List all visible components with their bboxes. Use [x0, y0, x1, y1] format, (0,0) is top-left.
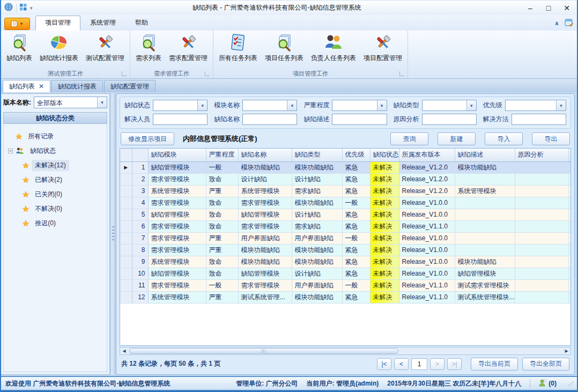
- message-count[interactable]: (0): [549, 380, 557, 387]
- ribbon-button-所有任务列表[interactable]: 所有任务列表: [215, 32, 261, 64]
- user-message-icon[interactable]: [539, 379, 546, 388]
- close-tab-icon[interactable]: ✕: [39, 83, 44, 90]
- chevron-down-icon[interactable]: [556, 100, 566, 110]
- filter-input-解决方法[interactable]: [512, 114, 566, 125]
- tree-item-未解决(12)[interactable]: ★未解决(12): [8, 158, 106, 173]
- scrollbar-thumb[interactable]: [129, 348, 398, 354]
- ribbon-button-负责人任务列表[interactable]: 负责人任务列表: [307, 32, 360, 64]
- column-header-缺陷描述[interactable]: 缺陷描述: [455, 149, 515, 161]
- resize-grip-icon[interactable]: ⋰: [568, 381, 574, 387]
- ribbon-tab-系统管理[interactable]: 系统管理: [80, 16, 125, 31]
- help-window-icon[interactable]: [565, 18, 574, 28]
- horizontal-scrollbar[interactable]: ◀ ▶: [120, 347, 571, 355]
- ribbon-button-项目配置管理[interactable]: 项目配置管理: [360, 32, 406, 64]
- dialog-launcher-icon[interactable]: [205, 71, 210, 76]
- filter-combobox-严重程度[interactable]: [332, 100, 387, 111]
- column-header-缺陷模块[interactable]: 缺陷模块: [148, 149, 206, 161]
- version-label: 版本名称:: [3, 98, 31, 107]
- page-number-input[interactable]: [411, 358, 427, 370]
- scroll-right-icon[interactable]: ▶: [562, 349, 570, 353]
- ribbon-button-测试配置管理[interactable]: 测试配置管理: [82, 32, 128, 64]
- search-button[interactable]: 查询: [390, 132, 428, 145]
- table-row[interactable]: 11需求管理模块一般需求管理模块用户界面缺陷一般未解决Release_V1.1.…: [120, 279, 571, 291]
- tree-item-已解决(2)[interactable]: ★已解决(2): [8, 173, 106, 187]
- export-current-page-button[interactable]: 导出当前页: [471, 358, 518, 371]
- table-row[interactable]: 3系统管理模块严重系统管理模块需求缺陷紧急未解决Release_V1.2.0系统…: [120, 185, 571, 197]
- combobox-value: [506, 100, 556, 110]
- doc-tab-缺陷配置管理[interactable]: 缺陷配置管理: [104, 80, 155, 92]
- column-header-缺陷状态[interactable]: 缺陷状态: [370, 149, 399, 161]
- modify-columns-button[interactable]: 修改显示项目: [121, 132, 174, 145]
- tree-item-缺陷状态[interactable]: 缺陷状态: [8, 144, 106, 158]
- ribbon-button-需求配置管理[interactable]: 需求配置管理: [165, 32, 211, 64]
- filter-input-原因分析[interactable]: [422, 114, 477, 125]
- tree-item-所有记录[interactable]: ★所有记录: [8, 129, 106, 144]
- doc-tab-缺陷统计报表[interactable]: 缺陷统计报表: [51, 80, 103, 92]
- tree-item-不解决(0)[interactable]: ★不解决(0): [8, 202, 106, 216]
- column-header-原因分析[interactable]: 原因分析: [515, 149, 568, 161]
- maximize-button[interactable]: □: [539, 2, 558, 14]
- filter-combobox-优先级[interactable]: [505, 100, 566, 111]
- tree-item-已关闭(0)[interactable]: ★已关闭(0): [8, 187, 106, 202]
- export-button[interactable]: 导出: [532, 132, 570, 145]
- last-page-button[interactable]: >|: [447, 358, 462, 370]
- table-row[interactable]: 6需求管理模块致命需求管理模块需求缺陷紧急未解决Release_V1.1.0: [120, 220, 571, 232]
- next-page-button[interactable]: >: [430, 358, 444, 370]
- column-header-缺陷类型[interactable]: 缺陷类型: [292, 149, 342, 161]
- table-row[interactable]: 4需求管理模块致命需求管理模块模块功能缺陷一般未解决Release_V1.0.0: [120, 197, 571, 209]
- collapse-expander-icon[interactable]: [8, 149, 13, 153]
- column-header-解决方法[interactable]: 解决方法: [568, 149, 571, 161]
- minimize-button[interactable]: –: [521, 2, 539, 14]
- application-menu-button[interactable]: ▼: [4, 18, 30, 30]
- dialog-launcher-icon[interactable]: [122, 71, 127, 76]
- filter-input-缺陷名称[interactable]: [242, 114, 297, 125]
- filter-input-缺陷描述[interactable]: [332, 114, 387, 125]
- chevron-down-icon[interactable]: [287, 100, 297, 110]
- ribbon-tab-项目管理[interactable]: 项目管理: [35, 16, 80, 31]
- chevron-down-icon[interactable]: [377, 100, 387, 110]
- table-row[interactable]: 5缺陷管理模块致命缺陷管理模块设计缺陷紧急未解决Release_V1.0.0: [120, 209, 571, 220]
- cell-缺陷类型: 模块功能缺陷: [292, 161, 342, 173]
- chevron-down-icon[interactable]: [466, 100, 476, 110]
- table-row[interactable]: 10缺陷管理模块致命缺陷管理模块设计缺陷紧急未解决Release_V1.0.0缺…: [120, 268, 571, 279]
- cell-缺陷描述: [455, 173, 515, 185]
- export-all-pages-button[interactable]: 导出全部页: [522, 358, 569, 371]
- column-header-严重程度[interactable]: 严重程度: [206, 149, 238, 161]
- table-row[interactable]: 12系统管理模块严重测试系统管理...模块功能缺陷紧急未解决Release_V1…: [120, 291, 571, 303]
- column-header-缺陷名称[interactable]: 缺陷名称: [238, 149, 292, 161]
- ribbon-button-缺陷统计报表[interactable]: 缺陷统计报表: [36, 32, 82, 64]
- ribbon-button-缺陷列表[interactable]: 缺陷列表: [3, 32, 36, 64]
- tree-item-推迟(0)[interactable]: ★推迟(0): [8, 216, 106, 231]
- new-button[interactable]: 新建: [438, 132, 476, 145]
- filter-combobox-缺陷状态[interactable]: [153, 100, 208, 111]
- dialog-launcher-icon[interactable]: [399, 71, 404, 76]
- close-button[interactable]: ✕: [558, 2, 576, 14]
- version-combobox[interactable]: 全部版本: [34, 97, 107, 108]
- pie-chart-icon: [49, 33, 69, 53]
- first-page-button[interactable]: |<: [377, 358, 391, 370]
- ribbon-button-项目任务列表[interactable]: 项目任务列表: [261, 32, 307, 64]
- ribbon-tab-帮助[interactable]: 帮助: [125, 16, 158, 31]
- column-header-所属发布版本[interactable]: 所属发布版本: [399, 149, 455, 161]
- filter-combobox-缺陷类型[interactable]: [422, 100, 477, 111]
- ribbon-button-需求列表[interactable]: 需求列表: [132, 32, 165, 64]
- row-number-cell: 3: [132, 185, 148, 197]
- column-header-优先级[interactable]: 优先级: [342, 149, 370, 161]
- scrollbar-track[interactable]: [128, 347, 562, 354]
- chevron-down-icon[interactable]: [97, 97, 107, 108]
- doc-tab-缺陷列表[interactable]: 缺陷列表✕: [3, 80, 50, 92]
- filter-input-解决人员[interactable]: [153, 114, 208, 125]
- table-row[interactable]: ▶1缺陷管理模块一般模块功能缺陷模块功能缺陷紧急未解决Release_V1.2.…: [120, 161, 571, 173]
- scroll-left-icon[interactable]: ◀: [120, 349, 128, 353]
- filter-combobox-模块名称[interactable]: [242, 100, 297, 111]
- import-button[interactable]: 导入: [485, 132, 523, 145]
- quick-access-grid-icon[interactable]: [20, 4, 27, 12]
- table-row[interactable]: 8需求管理模块严重模块功能缺陷模块功能缺陷紧急未解决Release_V1.0.0: [120, 244, 571, 256]
- chevron-down-icon[interactable]: [197, 100, 207, 110]
- table-row[interactable]: 7需求管理模块严重用户界面缺陷用户界面缺陷一般未解决Release_V1.0.0: [120, 232, 571, 244]
- prev-page-button[interactable]: <: [394, 358, 409, 370]
- collapse-ribbon-icon[interactable]: ∧: [554, 20, 559, 27]
- sidebar-splitter[interactable]: [110, 93, 115, 375]
- table-row[interactable]: 2需求管理模块致命设计缺陷设计缺陷紧急未解决Release_V1.2.0: [120, 173, 571, 185]
- table-row[interactable]: 9系统管理模块致命模块功能缺陷模块功能缺陷紧急未解决Release_V1.0.0…: [120, 256, 571, 268]
